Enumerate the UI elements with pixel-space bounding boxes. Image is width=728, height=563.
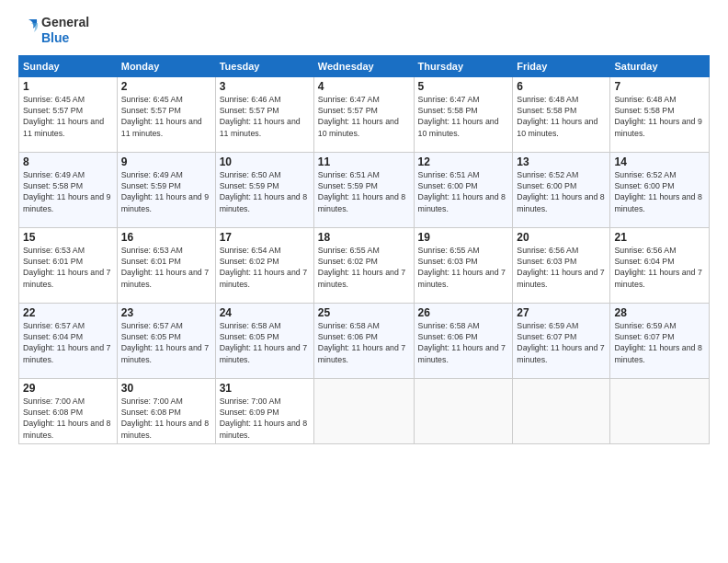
day-info: Sunrise: 6:48 AM Sunset: 5:58 PM Dayligh…: [614, 94, 705, 139]
calendar-day-cell: 10Sunrise: 6:50 AM Sunset: 5:59 PM Dayli…: [215, 152, 313, 227]
day-number: 24: [220, 306, 310, 319]
page: General Blue SundayMondayTuesdayWednesda…: [0, 0, 728, 563]
day-info: Sunrise: 7:00 AM Sunset: 6:08 PM Dayligh…: [23, 396, 113, 441]
day-number: 25: [318, 306, 410, 319]
calendar-day-cell: [313, 378, 414, 443]
calendar-day-cell: 16Sunrise: 6:53 AM Sunset: 6:01 PM Dayli…: [117, 227, 215, 303]
weekday-header-cell: Wednesday: [313, 55, 414, 76]
day-info: Sunrise: 6:45 AM Sunset: 5:57 PM Dayligh…: [121, 94, 211, 139]
calendar-day-cell: 17Sunrise: 6:54 AM Sunset: 6:02 PM Dayli…: [215, 227, 313, 303]
calendar-day-cell: 7Sunrise: 6:48 AM Sunset: 5:58 PM Daylig…: [610, 76, 710, 152]
calendar-day-cell: 19Sunrise: 6:55 AM Sunset: 6:03 PM Dayli…: [414, 227, 513, 303]
day-number: 23: [121, 306, 211, 319]
day-info: Sunrise: 6:55 AM Sunset: 6:02 PM Dayligh…: [318, 245, 410, 290]
calendar-day-cell: [414, 378, 513, 443]
calendar-day-cell: 18Sunrise: 6:55 AM Sunset: 6:02 PM Dayli…: [313, 227, 414, 303]
calendar-day-cell: 3Sunrise: 6:46 AM Sunset: 5:57 PM Daylig…: [215, 76, 313, 152]
day-info: Sunrise: 6:58 AM Sunset: 6:06 PM Dayligh…: [318, 320, 410, 365]
day-info: Sunrise: 6:53 AM Sunset: 6:01 PM Dayligh…: [121, 245, 211, 290]
calendar-day-cell: 1Sunrise: 6:45 AM Sunset: 5:57 PM Daylig…: [19, 76, 118, 152]
calendar-day-cell: 14Sunrise: 6:52 AM Sunset: 6:00 PM Dayli…: [610, 152, 710, 227]
calendar-day-cell: 13Sunrise: 6:52 AM Sunset: 6:00 PM Dayli…: [513, 152, 610, 227]
day-number: 31: [220, 382, 310, 395]
calendar-day-cell: 11Sunrise: 6:51 AM Sunset: 5:59 PM Dayli…: [313, 152, 414, 227]
calendar-day-cell: [610, 378, 710, 443]
logo: General Blue: [18, 15, 89, 46]
calendar-day-cell: 6Sunrise: 6:48 AM Sunset: 5:58 PM Daylig…: [513, 76, 610, 152]
calendar-day-cell: 23Sunrise: 6:57 AM Sunset: 6:05 PM Dayli…: [117, 303, 215, 378]
day-info: Sunrise: 6:50 AM Sunset: 5:59 PM Dayligh…: [220, 169, 310, 214]
day-info: Sunrise: 6:47 AM Sunset: 5:58 PM Dayligh…: [418, 94, 509, 139]
weekday-header-cell: Sunday: [19, 55, 118, 76]
day-number: 14: [614, 155, 705, 168]
calendar-day-cell: 12Sunrise: 6:51 AM Sunset: 6:00 PM Dayli…: [414, 152, 513, 227]
day-info: Sunrise: 6:59 AM Sunset: 6:07 PM Dayligh…: [517, 320, 606, 365]
calendar-week-row: 1Sunrise: 6:45 AM Sunset: 5:57 PM Daylig…: [19, 76, 710, 152]
calendar-week-row: 8Sunrise: 6:49 AM Sunset: 5:58 PM Daylig…: [19, 152, 710, 227]
calendar-day-cell: 28Sunrise: 6:59 AM Sunset: 6:07 PM Dayli…: [610, 303, 710, 378]
day-number: 16: [121, 231, 211, 244]
day-info: Sunrise: 6:56 AM Sunset: 6:04 PM Dayligh…: [614, 245, 705, 290]
calendar-day-cell: 25Sunrise: 6:58 AM Sunset: 6:06 PM Dayli…: [313, 303, 414, 378]
day-number: 26: [418, 306, 509, 319]
day-number: 11: [318, 155, 410, 168]
day-number: 9: [121, 155, 211, 168]
day-number: 28: [614, 306, 705, 319]
day-number: 18: [318, 231, 410, 244]
weekday-header-cell: Friday: [513, 55, 610, 76]
day-number: 5: [418, 80, 509, 93]
day-number: 22: [23, 306, 113, 319]
weekday-header-cell: Thursday: [414, 55, 513, 76]
calendar-day-cell: 27Sunrise: 6:59 AM Sunset: 6:07 PM Dayli…: [513, 303, 610, 378]
day-number: 21: [614, 231, 705, 244]
calendar-day-cell: 22Sunrise: 6:57 AM Sunset: 6:04 PM Dayli…: [19, 303, 118, 378]
calendar-day-cell: 8Sunrise: 6:49 AM Sunset: 5:58 PM Daylig…: [19, 152, 118, 227]
header: General Blue: [18, 15, 710, 46]
day-info: Sunrise: 6:51 AM Sunset: 5:59 PM Dayligh…: [318, 169, 410, 214]
logo-blue-text: Blue: [41, 30, 89, 46]
day-info: Sunrise: 6:49 AM Sunset: 5:58 PM Dayligh…: [23, 169, 113, 214]
day-info: Sunrise: 6:53 AM Sunset: 6:01 PM Dayligh…: [23, 245, 113, 290]
logo-general-text: General: [41, 15, 89, 30]
calendar-day-cell: 26Sunrise: 6:58 AM Sunset: 6:06 PM Dayli…: [414, 303, 513, 378]
weekday-header-row: SundayMondayTuesdayWednesdayThursdayFrid…: [19, 55, 710, 76]
day-number: 13: [517, 155, 606, 168]
calendar-day-cell: 30Sunrise: 7:00 AM Sunset: 6:08 PM Dayli…: [117, 378, 215, 443]
day-info: Sunrise: 6:48 AM Sunset: 5:58 PM Dayligh…: [517, 94, 606, 139]
day-info: Sunrise: 6:59 AM Sunset: 6:07 PM Dayligh…: [614, 320, 705, 365]
calendar-day-cell: 29Sunrise: 7:00 AM Sunset: 6:08 PM Dayli…: [19, 378, 118, 443]
calendar-day-cell: 4Sunrise: 6:47 AM Sunset: 5:57 PM Daylig…: [313, 76, 414, 152]
day-info: Sunrise: 6:52 AM Sunset: 6:00 PM Dayligh…: [517, 169, 606, 214]
weekday-header-cell: Monday: [117, 55, 215, 76]
day-info: Sunrise: 6:57 AM Sunset: 6:05 PM Dayligh…: [121, 320, 211, 365]
day-number: 6: [517, 80, 606, 93]
day-number: 19: [418, 231, 509, 244]
weekday-header-cell: Saturday: [610, 55, 710, 76]
calendar-day-cell: 20Sunrise: 6:56 AM Sunset: 6:03 PM Dayli…: [513, 227, 610, 303]
calendar-week-row: 22Sunrise: 6:57 AM Sunset: 6:04 PM Dayli…: [19, 303, 710, 378]
calendar-day-cell: 31Sunrise: 7:00 AM Sunset: 6:09 PM Dayli…: [215, 378, 313, 443]
calendar-day-cell: [513, 378, 610, 443]
day-number: 7: [614, 80, 705, 93]
day-number: 3: [220, 80, 310, 93]
day-number: 29: [23, 382, 113, 395]
day-info: Sunrise: 7:00 AM Sunset: 6:09 PM Dayligh…: [220, 396, 310, 441]
day-number: 30: [121, 382, 211, 395]
calendar-body: 1Sunrise: 6:45 AM Sunset: 5:57 PM Daylig…: [19, 76, 710, 443]
day-number: 27: [517, 306, 606, 319]
weekday-header-cell: Tuesday: [215, 55, 313, 76]
day-number: 12: [418, 155, 509, 168]
day-number: 17: [220, 231, 310, 244]
day-info: Sunrise: 6:49 AM Sunset: 5:59 PM Dayligh…: [121, 169, 211, 214]
calendar-day-cell: 21Sunrise: 6:56 AM Sunset: 6:04 PM Dayli…: [610, 227, 710, 303]
calendar-week-row: 15Sunrise: 6:53 AM Sunset: 6:01 PM Dayli…: [19, 227, 710, 303]
day-number: 8: [23, 155, 113, 168]
day-info: Sunrise: 6:46 AM Sunset: 5:57 PM Dayligh…: [220, 94, 310, 139]
day-info: Sunrise: 7:00 AM Sunset: 6:08 PM Dayligh…: [121, 396, 211, 441]
day-info: Sunrise: 6:47 AM Sunset: 5:57 PM Dayligh…: [318, 94, 410, 139]
calendar-day-cell: 24Sunrise: 6:58 AM Sunset: 6:05 PM Dayli…: [215, 303, 313, 378]
day-info: Sunrise: 6:57 AM Sunset: 6:04 PM Dayligh…: [23, 320, 113, 365]
day-info: Sunrise: 6:55 AM Sunset: 6:03 PM Dayligh…: [418, 245, 509, 290]
day-info: Sunrise: 6:56 AM Sunset: 6:03 PM Dayligh…: [517, 245, 606, 290]
calendar-day-cell: 9Sunrise: 6:49 AM Sunset: 5:59 PM Daylig…: [117, 152, 215, 227]
